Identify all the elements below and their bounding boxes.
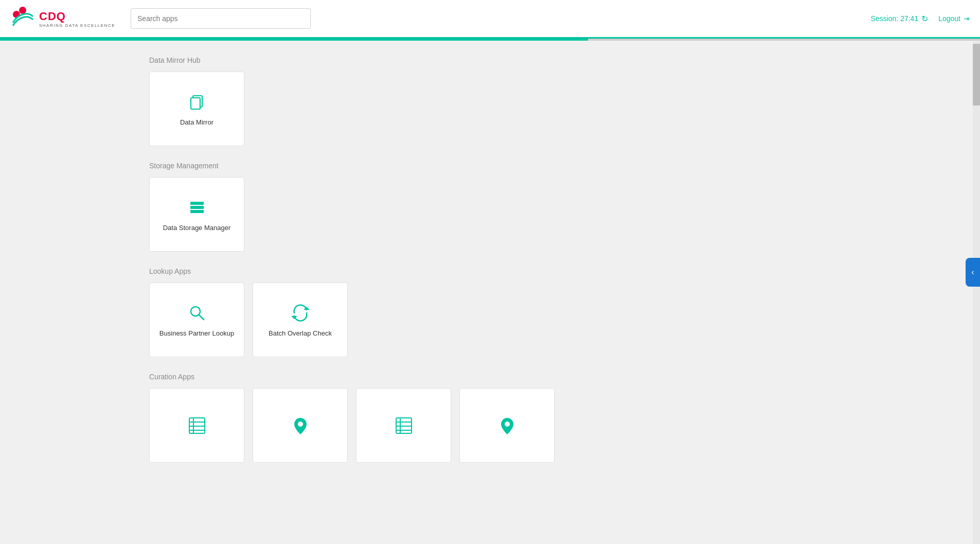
scroll-thumb	[973, 44, 980, 106]
svg-rect-3	[191, 98, 200, 109]
building-list-icon	[187, 415, 207, 436]
app-header: CDQ SHARING DATA EXCELLENCE Session: 27:…	[0, 0, 980, 39]
svg-point-1	[19, 7, 26, 14]
app-card-label-batch-overlap-check: Batch Overlap Check	[269, 329, 332, 337]
search-input[interactable]	[131, 8, 311, 29]
database-icon	[187, 197, 207, 218]
logo-icon	[10, 6, 35, 31]
cards-row-storage-management: Data Storage Manager	[149, 177, 617, 252]
logout-button[interactable]: Logout ⇥	[938, 14, 970, 23]
svg-line-8	[199, 315, 204, 320]
section-title-curation-apps: Curation Apps	[149, 373, 617, 381]
app-card-label-data-storage-manager: Data Storage Manager	[163, 224, 231, 232]
section-title-lookup-apps: Lookup Apps	[149, 267, 617, 275]
sync-icon	[290, 303, 311, 323]
logo-text: CDQ SHARING DATA EXCELLENCE	[39, 10, 115, 28]
logo: CDQ SHARING DATA EXCELLENCE	[10, 6, 115, 31]
logo-subtitle-text: SHARING DATA EXCELLENCE	[39, 23, 115, 28]
svg-rect-5	[190, 206, 204, 209]
building-list-icon	[394, 415, 414, 436]
chevron-left-icon: ‹	[971, 268, 974, 277]
location-icon	[497, 415, 518, 436]
app-card-data-storage-manager[interactable]: Data Storage Manager	[149, 177, 244, 252]
app-card-curation-app-4[interactable]	[459, 388, 555, 463]
copy-icon	[187, 92, 207, 112]
section-storage-management: Storage Management Data Storage Manager	[149, 162, 617, 252]
app-card-business-partner-lookup[interactable]: Business Partner Lookup	[149, 283, 244, 357]
cards-row-lookup-apps: Business Partner Lookup Batch Overlap Ch…	[149, 283, 617, 357]
section-lookup-apps: Lookup Apps Business Partner Lookup Batc…	[149, 267, 617, 357]
svg-rect-4	[190, 202, 204, 205]
sidebar-toggle-button[interactable]: ‹	[966, 258, 980, 287]
session-info: Session: 27:41 ↻	[871, 14, 929, 24]
header-right: Session: 27:41 ↻ Logout ⇥	[871, 14, 970, 24]
location-icon	[290, 415, 311, 436]
logout-label: Logout	[938, 14, 960, 23]
logout-icon: ⇥	[964, 14, 970, 23]
session-label: Session: 27:41	[871, 14, 919, 23]
app-card-label-data-mirror: Data Mirror	[180, 118, 213, 126]
app-card-batch-overlap-check[interactable]: Batch Overlap Check	[253, 283, 348, 357]
app-card-label-business-partner-lookup: Business Partner Lookup	[159, 329, 234, 337]
section-title-storage-management: Storage Management	[149, 162, 617, 170]
top-accent-bar	[0, 39, 980, 41]
app-card-curation-app-2[interactable]	[253, 388, 348, 463]
refresh-icon[interactable]: ↻	[921, 14, 928, 24]
app-card-curation-app-1[interactable]	[149, 388, 244, 463]
logo-cdq-text: CDQ	[39, 10, 115, 23]
cards-row-data-mirror-hub: Data Mirror	[149, 72, 617, 146]
svg-rect-6	[190, 210, 204, 213]
section-curation-apps: Curation Apps	[149, 373, 617, 463]
svg-point-16	[298, 422, 303, 427]
scrollbar[interactable]	[973, 41, 980, 544]
cards-row-curation-apps	[149, 388, 617, 463]
section-data-mirror-hub: Data Mirror Hub Data Mirror	[149, 56, 617, 146]
main-content: Data Mirror Hub Data MirrorStorage Manag…	[0, 41, 617, 494]
app-card-data-mirror[interactable]: Data Mirror	[149, 72, 244, 146]
svg-point-22	[505, 422, 510, 427]
app-card-curation-app-3[interactable]	[356, 388, 451, 463]
section-title-data-mirror-hub: Data Mirror Hub	[149, 56, 617, 64]
search-icon	[187, 303, 207, 323]
